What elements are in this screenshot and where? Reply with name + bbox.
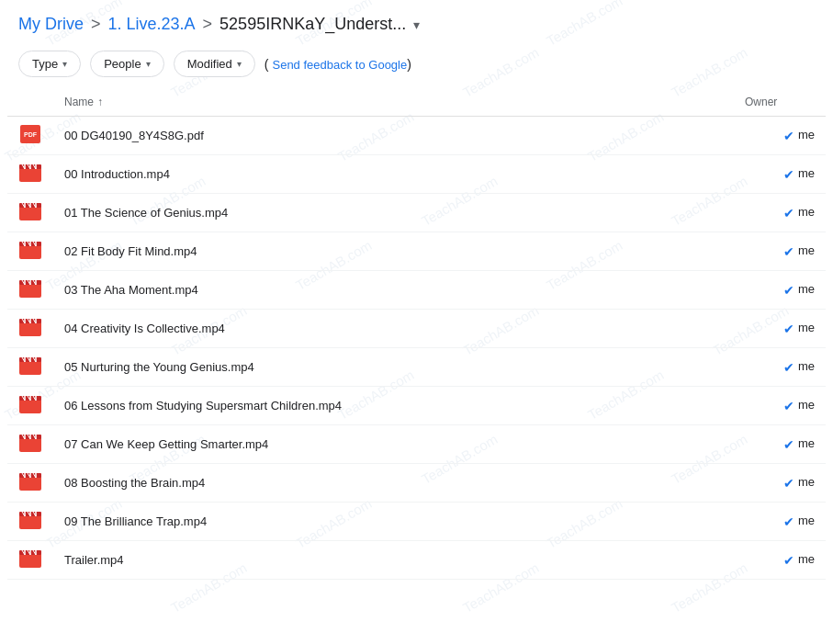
svg-rect-58	[19, 437, 41, 452]
file-icon-cell	[7, 194, 53, 232]
svg-rect-66	[19, 476, 41, 491]
owner-checkmark-icon: ✔	[783, 360, 794, 375]
feedback-wrapper: (Send feedback to Google)	[265, 57, 411, 72]
file-name-cell[interactable]: 04 Creativity Is Collective.mp4	[53, 310, 734, 348]
file-name-cell[interactable]: 00 Introduction.mp4	[53, 155, 734, 194]
file-name-cell[interactable]: 06 Lessons from Studying Supersmart Chil…	[53, 387, 734, 425]
file-icon-cell	[7, 541, 53, 580]
file-table: Name ↑ Owner PDF 00 DG40190_8Y4S8G.pdf✔m…	[7, 88, 826, 580]
feedback-link[interactable]: Send feedback to Google	[272, 58, 407, 72]
svg-rect-10	[19, 206, 41, 220]
col-name-label: Name	[64, 96, 94, 108]
col-header-icon	[7, 88, 53, 117]
modified-filter-button[interactable]: Modified ▾	[174, 51, 255, 77]
type-filter-chevron: ▾	[62, 59, 67, 69]
type-filter-label: Type	[32, 57, 58, 71]
file-name-cell[interactable]: 02 Fit Body Fit Mind.mp4	[53, 232, 734, 271]
video-icon	[18, 201, 42, 221]
people-filter-chevron: ▾	[146, 59, 151, 69]
owner-checkmark-icon: ✔	[783, 437, 794, 452]
owner-label: me	[798, 243, 815, 257]
owner-label: me	[798, 514, 815, 527]
svg-rect-26	[19, 283, 41, 298]
file-name-cell[interactable]: 05 Nurturing the Young Genius.mp4	[53, 348, 734, 387]
table-row[interactable]: 03 The Aha Moment.mp4✔me	[7, 271, 826, 310]
video-icon	[18, 548, 42, 569]
owner-checkmark-icon: ✔	[783, 476, 794, 491]
type-filter-button[interactable]: Type ▾	[18, 51, 81, 77]
file-owner-cell: ✔me	[734, 310, 826, 348]
file-icon-cell	[7, 425, 53, 464]
owner-checkmark-icon: ✔	[783, 244, 794, 259]
owner-checkmark-icon: ✔	[783, 514, 794, 529]
file-owner-cell: ✔me	[734, 541, 826, 580]
file-owner-cell: ✔me	[734, 155, 826, 194]
file-owner-cell: ✔me	[734, 464, 826, 503]
file-icon-cell	[7, 464, 53, 503]
file-name-cell[interactable]: 01 The Science of Genius.mp4	[53, 194, 734, 232]
owner-label: me	[798, 205, 815, 219]
owner-label: me	[798, 475, 815, 489]
owner-checkmark-icon: ✔	[783, 553, 794, 568]
table-row[interactable]: 09 The Brilliance Trap.mp4✔me	[7, 503, 826, 541]
file-owner-cell: ✔me	[734, 348, 826, 387]
table-row[interactable]: PDF 00 DG40190_8Y4S8G.pdf✔me	[7, 117, 826, 155]
video-icon	[18, 240, 42, 260]
owner-label: me	[798, 398, 815, 412]
video-icon	[18, 317, 42, 337]
svg-rect-2	[19, 167, 41, 182]
file-icon-cell	[7, 232, 53, 271]
breadcrumb-current-folder: 52595IRNKaY_Underst...	[220, 15, 406, 34]
file-name-cell[interactable]: 09 The Brilliance Trap.mp4	[53, 503, 734, 541]
breadcrumb-folder1[interactable]: 1. Live.23.A	[108, 15, 196, 34]
file-name-cell[interactable]: 00 DG40190_8Y4S8G.pdf	[53, 117, 734, 155]
svg-rect-50	[19, 399, 41, 413]
owner-label: me	[798, 359, 815, 373]
owner-label: me	[798, 128, 815, 141]
file-icon-cell	[7, 310, 53, 348]
file-icon-cell	[7, 348, 53, 387]
owner-checkmark-icon: ✔	[783, 399, 794, 413]
table-row[interactable]: Trailer.mp4✔me	[7, 541, 826, 580]
col-header-name[interactable]: Name ↑	[53, 88, 734, 117]
owner-checkmark-icon: ✔	[783, 283, 794, 298]
file-icon-cell	[7, 155, 53, 194]
table-row[interactable]: 08 Boosting the Brain.mp4✔me	[7, 464, 826, 503]
owner-checkmark-icon: ✔	[783, 129, 794, 143]
file-icon-cell: PDF	[7, 117, 53, 155]
file-owner-cell: ✔me	[734, 425, 826, 464]
table-row[interactable]: 07 Can We Keep Getting Smarter.mp4✔me	[7, 425, 826, 464]
owner-label: me	[798, 552, 815, 566]
file-name-cell[interactable]: Trailer.mp4	[53, 541, 734, 580]
filter-bar: Type ▾ People ▾ Modified ▾ (Send feedbac…	[0, 43, 833, 88]
table-row[interactable]: 00 Introduction.mp4✔me	[7, 155, 826, 194]
owner-label: me	[798, 321, 815, 334]
table-row[interactable]: 02 Fit Body Fit Mind.mp4✔me	[7, 232, 826, 271]
file-name-cell[interactable]: 07 Can We Keep Getting Smarter.mp4	[53, 425, 734, 464]
owner-checkmark-icon: ✔	[783, 322, 794, 336]
table-row[interactable]: 04 Creativity Is Collective.mp4✔me	[7, 310, 826, 348]
breadcrumb-my-drive[interactable]: My Drive	[18, 15, 84, 34]
file-owner-cell: ✔me	[734, 271, 826, 310]
svg-rect-74	[19, 514, 41, 529]
breadcrumb-dropdown-icon[interactable]: ▾	[413, 17, 420, 32]
svg-rect-34	[19, 322, 41, 336]
file-name-cell[interactable]: 08 Boosting the Brain.mp4	[53, 464, 734, 503]
table-row[interactable]: 01 The Science of Genius.mp4✔me	[7, 194, 826, 232]
people-filter-label: People	[104, 57, 141, 71]
video-icon	[18, 356, 42, 376]
file-owner-cell: ✔me	[734, 387, 826, 425]
svg-rect-18	[19, 244, 41, 259]
breadcrumb-sep-2: >	[203, 15, 213, 34]
sort-arrow-icon: ↑	[97, 96, 103, 108]
file-owner-cell: ✔me	[734, 503, 826, 541]
owner-label: me	[798, 436, 815, 450]
table-row[interactable]: 05 Nurturing the Young Genius.mp4✔me	[7, 348, 826, 387]
people-filter-button[interactable]: People ▾	[90, 51, 163, 77]
table-row[interactable]: 06 Lessons from Studying Supersmart Chil…	[7, 387, 826, 425]
file-name-cell[interactable]: 03 The Aha Moment.mp4	[53, 271, 734, 310]
breadcrumb: My Drive > 1. Live.23.A > 52595IRNKaY_Un…	[0, 0, 833, 43]
svg-rect-42	[19, 360, 41, 375]
col-header-owner: Owner	[734, 88, 826, 117]
video-icon	[18, 510, 42, 530]
